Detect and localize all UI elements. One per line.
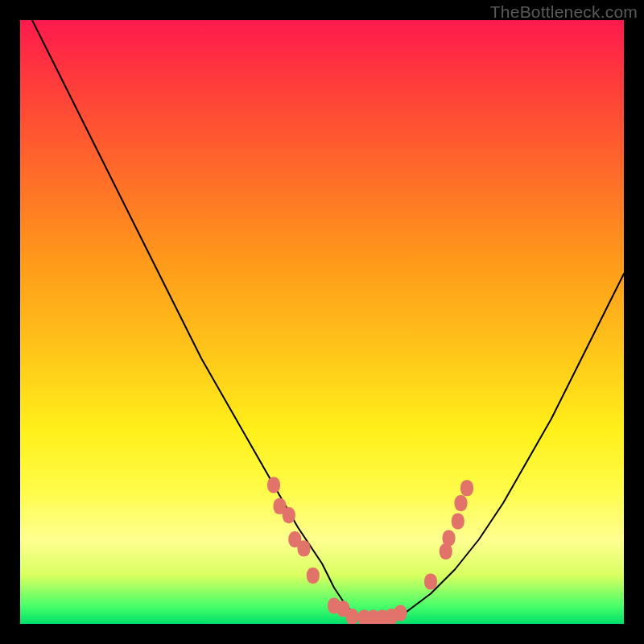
highlight-marker [455, 495, 468, 511]
highlight-marker [283, 507, 295, 523]
watermark-text: TheBottleneck.com [490, 2, 638, 22]
chart-plot-area [20, 20, 624, 624]
highlight-marker [346, 609, 359, 624]
highlight-marker [307, 568, 320, 584]
highlight-marker [460, 480, 473, 496]
highlight-marker [298, 540, 311, 556]
highlight-marker [394, 605, 407, 621]
highlight-marker [424, 574, 437, 590]
highlight-marker [267, 477, 280, 493]
bottleneck-chart [20, 20, 624, 624]
bottleneck-curve [32, 20, 624, 618]
highlight-marker [443, 530, 456, 547]
highlight-marker [452, 514, 464, 530]
